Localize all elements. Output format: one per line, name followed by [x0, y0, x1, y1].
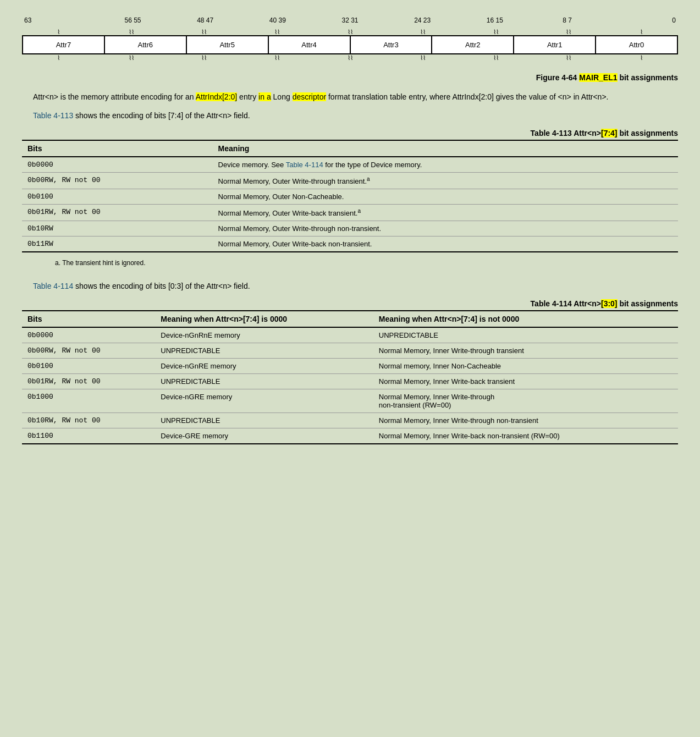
table1-meaning-2: Normal Memory, Outer Non-Cacheable.: [213, 189, 678, 205]
table2-col1-5: UNPREDICTABLE: [155, 413, 373, 428]
table-row: 0b01RW, RW not 00 Normal Memory, Outer W…: [22, 205, 678, 221]
table1-bits-1: 0b00RW, RW not 00: [22, 172, 213, 189]
table1-meaning-4: Normal Memory, Outer Write-through non-t…: [213, 221, 678, 237]
table2-col2-3: Normal Memory, Inner Write-back transien…: [373, 373, 678, 389]
bit-ruler-top: 63 56 55 48 47 40 39 32 31 24 23 16 15 8…: [22, 16, 678, 29]
attr2-cell: Attr2: [432, 36, 514, 54]
table2-header-bits: Bits: [22, 311, 155, 327]
ruler-label-4039: 40 39: [241, 16, 314, 29]
table1-bits-4: 0b10RW: [22, 221, 213, 237]
table2-bits-5: 0b10RW, RW not 00: [22, 413, 155, 428]
attr1-cell: Attr1: [514, 36, 596, 54]
ruler-label-4847: 48 47: [169, 16, 241, 29]
table-row: 0b0100 Device-nGnRE memory Normal memory…: [22, 358, 678, 373]
table2-header-col1: Meaning when Attr<n>[7:4] is 0000: [155, 311, 373, 327]
ruler-label-87: 8 7: [531, 16, 604, 29]
table2-bits-1: 0b00RW, RW not 00: [22, 343, 155, 358]
desc-highlight2: in a: [258, 92, 271, 101]
table2-col1-0: Device-nGnRnE memory: [155, 327, 373, 343]
table-row: 0b00RW, RW not 00 UNPREDICTABLE Normal M…: [22, 343, 678, 358]
table2-col2-4: Normal Memory, Inner Write-throughnon-tr…: [373, 389, 678, 413]
table2-col2-0: UNPREDICTABLE: [373, 327, 678, 343]
table1-title: Table 4-113 Attr<n>[7:4] bit assignments: [22, 129, 678, 138]
table1-bits-5: 0b11RW: [22, 237, 213, 252]
table1-bits-2: 0b0100: [22, 189, 213, 205]
table-row: 0b10RW Normal Memory, Outer Write-throug…: [22, 221, 678, 237]
desc-part2: entry: [237, 92, 258, 101]
table1-bits-3: 0b01RW, RW not 00: [22, 205, 213, 221]
table1-footnote: a. The transient hint is ignored.: [22, 257, 678, 269]
table-row: 0b0000 Device memory. See Table 4-114 fo…: [22, 157, 678, 173]
table1-title-suffix: bit assignments: [618, 129, 678, 138]
table1-title-highlight: [7:4]: [601, 129, 618, 138]
table2-bits-6: 0b1100: [22, 428, 155, 444]
figure-title-prefix: Figure 4-64: [536, 73, 580, 82]
desc-part3: Long: [271, 92, 293, 101]
ruler-label-2423: 24 23: [386, 16, 459, 29]
table2-title: Table 4-114 Attr<n>[3:0] bit assignments: [22, 299, 678, 308]
table2-col2-5: Normal Memory, Inner Write-through non-t…: [373, 413, 678, 428]
attr5-cell: Attr5: [187, 36, 269, 54]
figure-title-highlight: MAIR_EL1: [579, 73, 617, 82]
table2-bits-2: 0b0100: [22, 358, 155, 373]
attr4-cell: Attr4: [269, 36, 351, 54]
ruler-label-63: 63: [22, 16, 97, 29]
table1-link[interactable]: Table 4-113: [33, 111, 73, 120]
table2-col1-2: Device-nGnRE memory: [155, 358, 373, 373]
table2-title-highlight: [3:0]: [601, 299, 618, 308]
table2-col2-2: Normal memory, Inner Non-Cacheable: [373, 358, 678, 373]
table2-ref: Table 4-114 shows the encoding of bits […: [22, 280, 678, 292]
figure-title-suffix: bit assignments: [618, 73, 678, 82]
table-row: 0b01RW, RW not 00 UNPREDICTABLE Normal M…: [22, 373, 678, 389]
table1-meaning-0: Device memory. See Table 4-114 for the t…: [213, 157, 678, 173]
attr3-cell: Attr3: [351, 36, 433, 54]
desc-part1: Attr<n> is the memory attribute encoding…: [33, 92, 196, 101]
attr6-cell: Attr6: [105, 36, 187, 54]
table2-header-col2: Meaning when Attr<n>[7:4] is not 0000: [373, 311, 678, 327]
desc-highlight1: AttrIndx[2:0]: [196, 92, 237, 101]
table2-bits-3: 0b01RW, RW not 00: [22, 373, 155, 389]
table2-bits-0: 0b0000: [22, 327, 155, 343]
table2-col1-1: UNPREDICTABLE: [155, 343, 373, 358]
ruler-label-3231: 32 31: [314, 16, 387, 29]
table-row: 0b00RW, RW not 00 Normal Memory, Outer W…: [22, 172, 678, 189]
table-row: 0b11RW Normal Memory, Outer Write-back n…: [22, 237, 678, 252]
table-row: 0b10RW, RW not 00 UNPREDICTABLE Normal M…: [22, 413, 678, 428]
ruler-label-0: 0: [603, 16, 678, 29]
table2-bits-4: 0b1000: [22, 389, 155, 413]
table-row: 0b1000 Device-nGRE memory Normal Memory,…: [22, 389, 678, 413]
description-paragraph: Attr<n> is the memory attribute encoding…: [22, 91, 678, 103]
table1-meaning-5: Normal Memory, Outer Write-back non-tran…: [213, 237, 678, 252]
table1-header-bits: Bits: [22, 140, 213, 157]
table1-meaning-3: Normal Memory, Outer Write-back transien…: [213, 205, 678, 221]
table-row: 0b0000 Device-nGnRnE memory UNPREDICTABL…: [22, 327, 678, 343]
table114-link[interactable]: Table 4-114: [286, 161, 323, 169]
table2-col2-6: Normal Memory, Inner Write-back non-tran…: [373, 428, 678, 444]
attr0-cell: Attr0: [596, 36, 678, 54]
page-content: 63 56 55 48 47 40 39 32 31 24 23 16 15 8…: [11, 11, 689, 454]
table2-ref-text: shows the encoding of bits [0:3] of the …: [73, 282, 250, 290]
table1-ref: Table 4-113 shows the encoding of bits […: [22, 109, 678, 122]
tick-row-top: ⌇ ⌇⌇ ⌇⌇ ⌇⌇ ⌇⌇ ⌇⌇ ⌇⌇ ⌇⌇ ⌇: [22, 29, 678, 35]
table2-col1-4: Device-nGRE memory: [155, 389, 373, 413]
attr7-cell: Attr7: [23, 36, 105, 54]
table2: Bits Meaning when Attr<n>[7:4] is 0000 M…: [22, 310, 678, 444]
table-row: 0b0100 Normal Memory, Outer Non-Cacheabl…: [22, 189, 678, 205]
table2-col1-3: UNPREDICTABLE: [155, 373, 373, 389]
table2-title-suffix: bit assignments: [618, 299, 678, 308]
ruler-label-1615: 16 15: [459, 16, 531, 29]
desc-highlight3: descriptor: [293, 92, 326, 101]
table2-title-prefix: Table 4-114 Attr<n>: [531, 299, 601, 308]
table-row: 0b1100 Device-GRE memory Normal Memory, …: [22, 428, 678, 444]
table2-col2-1: Normal Memory, Inner Write-through trans…: [373, 343, 678, 358]
figure-title: Figure 4-64 MAIR_EL1 bit assignments: [22, 73, 678, 82]
attr-cells: Attr7 Attr6 Attr5 Attr4 Attr3 Attr2 Attr…: [22, 35, 678, 54]
table1-meaning-1: Normal Memory, Outer Write-through trans…: [213, 172, 678, 189]
tick-row-bottom: ⌇ ⌇⌇ ⌇⌇ ⌇⌇ ⌇⌇ ⌇⌇ ⌇⌇ ⌇⌇ ⌇: [22, 54, 678, 62]
table2-col1-6: Device-GRE memory: [155, 428, 373, 444]
table1-title-prefix: Table 4-113 Attr<n>: [531, 129, 601, 138]
table1-header-meaning: Meaning: [213, 140, 678, 157]
table2-link[interactable]: Table 4-114: [33, 282, 73, 290]
table1-ref-text: shows the encoding of bits [7:4] of the …: [73, 111, 250, 120]
table1: Bits Meaning 0b0000 Device memory. See T…: [22, 140, 678, 253]
